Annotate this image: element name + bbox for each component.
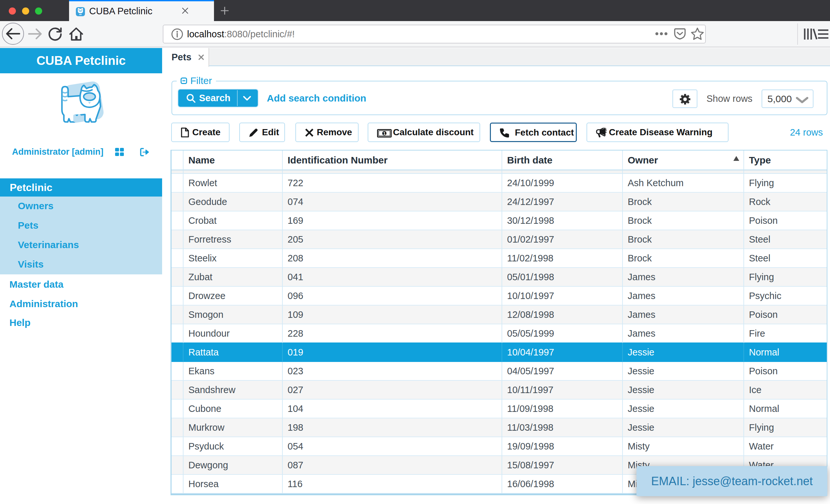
svg-text:1: 1 [383,131,385,136]
